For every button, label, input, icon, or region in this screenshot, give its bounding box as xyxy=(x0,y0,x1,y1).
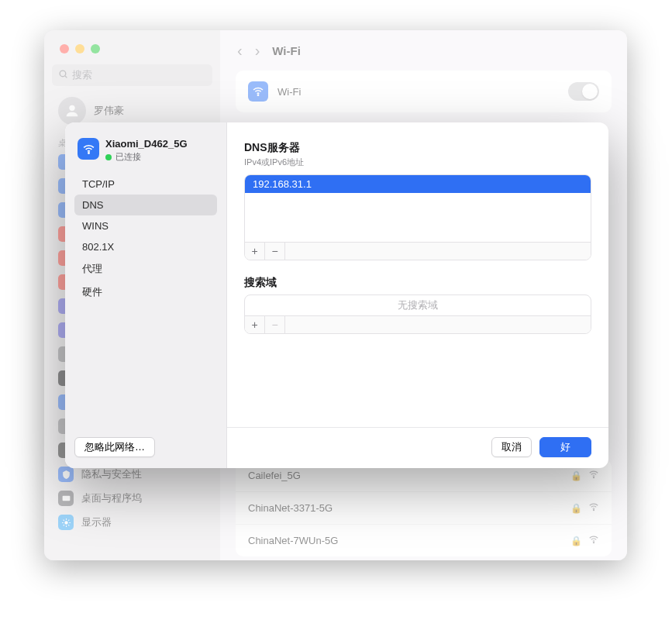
wifi-icon xyxy=(78,138,99,160)
dns-server-entry[interactable]: 192.168.31.1 xyxy=(245,175,591,193)
network-name: ChinaNet-7WUn-5G xyxy=(248,535,564,546)
forget-network-button[interactable]: 忽略此网络… xyxy=(74,437,155,457)
svg-point-2 xyxy=(69,105,74,111)
svg-point-9 xyxy=(88,152,88,153)
network-name: Xiaomi_D462_5G xyxy=(105,138,188,150)
lock-icon: 🔒 xyxy=(570,470,582,481)
cancel-button[interactable]: 取消 xyxy=(491,437,532,457)
lock-icon: 🔒 xyxy=(570,503,582,514)
maximize-window-button[interactable] xyxy=(91,44,100,53)
svg-point-8 xyxy=(593,542,594,543)
wifi-card: Wi-Fi xyxy=(236,71,612,112)
network-header: Xiaomi_D462_5G 已连接 xyxy=(74,138,217,174)
user-name: 罗伟豪 xyxy=(94,104,124,118)
sidebar-item-label: 显示器 xyxy=(81,515,112,529)
remove-search-domain-button: − xyxy=(265,316,285,333)
tab-proxy[interactable]: 代理 xyxy=(74,257,217,281)
search-domains-title: 搜索域 xyxy=(244,276,591,290)
wifi-toggle[interactable] xyxy=(568,82,599,101)
dns-list-footer: + − xyxy=(245,242,591,260)
avatar xyxy=(58,97,86,125)
network-name: ChinaNet-3371-5G xyxy=(248,502,564,514)
network-row[interactable]: ChinaNet-3371-5G 🔒 xyxy=(236,491,612,524)
wifi-signal-icon xyxy=(588,469,599,482)
search-placeholder: 搜索 xyxy=(72,68,92,82)
wifi-signal-icon xyxy=(588,501,599,515)
svg-point-7 xyxy=(593,510,594,511)
network-row[interactable]: ChinaNet-7WUn-5G 🔒 xyxy=(236,524,612,556)
tab-wins[interactable]: WINS xyxy=(74,215,217,236)
dns-servers-title: DNS服务器 xyxy=(244,141,591,155)
network-details-sheet: Xiaomi_D462_5G 已连接 TCP/IP DNS WINS 802.1… xyxy=(65,122,608,468)
ok-button[interactable]: 好 xyxy=(539,437,591,457)
search-domains-list[interactable]: 无搜索域 + − xyxy=(244,294,591,334)
nav-back-button[interactable]: ‹ xyxy=(237,42,243,60)
svg-point-4 xyxy=(64,521,67,524)
dns-servers-list[interactable]: 192.168.31.1 + − xyxy=(244,174,591,260)
tab-hardware[interactable]: 硬件 xyxy=(74,281,217,304)
sheet-footer: 取消 好 xyxy=(227,427,608,457)
close-window-button[interactable] xyxy=(60,44,69,53)
network-list: Cailefei_5G 🔒 ChinaNet-3371-5G 🔒 ChinaNe… xyxy=(236,460,612,556)
lock-icon: 🔒 xyxy=(570,536,582,546)
minimize-window-button[interactable] xyxy=(75,44,84,53)
svg-point-0 xyxy=(60,71,66,77)
sidebar-item-label: 隐私与安全性 xyxy=(81,467,142,481)
tab-tcpip[interactable]: TCP/IP xyxy=(74,174,217,195)
search-input[interactable]: 搜索 xyxy=(52,64,212,86)
nav-forward-button[interactable]: › xyxy=(255,42,260,60)
add-search-domain-button[interactable]: + xyxy=(245,316,265,333)
network-name: Cailefei_5G xyxy=(248,470,564,481)
sheet-sidebar: Xiaomi_D462_5G 已连接 TCP/IP DNS WINS 802.1… xyxy=(65,122,227,468)
dns-servers-subtitle: IPv4或IPv6地址 xyxy=(244,157,591,168)
search-icon xyxy=(58,69,68,81)
sheet-tabs: TCP/IP DNS WINS 802.1X 代理 硬件 xyxy=(74,174,217,304)
sidebar-item-label: 桌面与程序坞 xyxy=(81,491,142,505)
remove-dns-button[interactable]: − xyxy=(265,243,285,260)
status-dot-icon xyxy=(105,154,112,160)
wifi-label: Wi-Fi xyxy=(277,86,559,98)
tab-dns[interactable]: DNS xyxy=(74,195,217,215)
tab-8021x[interactable]: 802.1X xyxy=(74,236,217,257)
page-title: Wi-Fi xyxy=(272,44,301,57)
window-controls xyxy=(44,44,220,53)
svg-rect-3 xyxy=(62,495,70,501)
svg-line-1 xyxy=(65,76,67,78)
sheet-content: DNS服务器 IPv4或IPv6地址 192.168.31.1 + − 搜索域 … xyxy=(227,122,608,468)
svg-point-6 xyxy=(593,477,594,478)
empty-search-domains-text: 无搜索域 xyxy=(398,298,438,312)
add-dns-button[interactable]: + xyxy=(245,243,265,260)
sidebar-item-dock[interactable]: 桌面与程序坞 xyxy=(52,487,212,510)
wifi-icon xyxy=(248,81,268,102)
status-text: 已连接 xyxy=(115,151,141,163)
sidebar-item-displays[interactable]: 显示器 xyxy=(52,511,212,534)
network-status: 已连接 xyxy=(105,151,188,163)
svg-point-5 xyxy=(257,95,258,95)
main-header: ‹ › Wi-Fi xyxy=(220,30,627,71)
search-domains-footer: + − xyxy=(245,315,591,333)
wifi-signal-icon xyxy=(588,534,599,547)
